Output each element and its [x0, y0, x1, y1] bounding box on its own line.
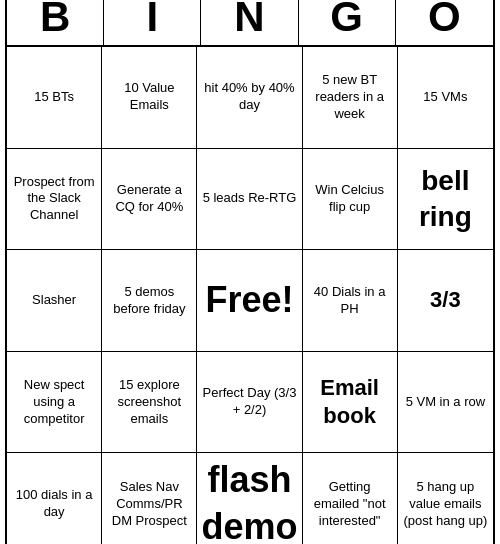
bingo-cell-19: 5 VM in a row — [398, 352, 493, 454]
bingo-cell-10: Slasher — [7, 250, 102, 352]
bingo-cell-5: Prospect from the Slack Channel — [7, 149, 102, 251]
bingo-cell-9: bell ring — [398, 149, 493, 251]
bingo-cell-1: 10 Value Emails — [102, 47, 197, 149]
bingo-grid: 15 BTs10 Value Emailshit 40% by 40% day5… — [7, 47, 493, 544]
bingo-cell-13: 40 Dials in a PH — [303, 250, 398, 352]
bingo-cell-12: Free! — [197, 250, 302, 352]
bingo-letter-n: N — [201, 0, 298, 45]
bingo-cell-16: 15 explore screenshot emails — [102, 352, 197, 454]
bingo-cell-3: 5 new BT readers in a week — [303, 47, 398, 149]
bingo-cell-15: New spect using a competitor — [7, 352, 102, 454]
bingo-letter-g: G — [299, 0, 396, 45]
bingo-cell-6: Generate a CQ for 40% — [102, 149, 197, 251]
bingo-letter-i: I — [104, 0, 201, 45]
bingo-cell-7: 5 leads Re-RTG — [197, 149, 302, 251]
bingo-cell-11: 5 demos before friday — [102, 250, 197, 352]
bingo-cell-20: 100 dials in a day — [7, 453, 102, 544]
bingo-cell-21: Sales Nav Comms/PR DM Prospect — [102, 453, 197, 544]
bingo-letter-b: B — [7, 0, 104, 45]
bingo-cell-18: Email book — [303, 352, 398, 454]
bingo-cell-8: Win Celcius flip cup — [303, 149, 398, 251]
bingo-cell-2: hit 40% by 40% day — [197, 47, 302, 149]
bingo-cell-0: 15 BTs — [7, 47, 102, 149]
bingo-cell-17: Perfect Day (3/3 + 2/2) — [197, 352, 302, 454]
bingo-cell-22: flash demo — [197, 453, 302, 544]
bingo-cell-14: 3/3 — [398, 250, 493, 352]
bingo-card: BINGO 15 BTs10 Value Emailshit 40% by 40… — [5, 0, 495, 544]
bingo-cell-4: 15 VMs — [398, 47, 493, 149]
bingo-cell-23: Getting emailed "not interested" — [303, 453, 398, 544]
bingo-letter-o: O — [396, 0, 493, 45]
bingo-header: BINGO — [7, 0, 493, 47]
bingo-cell-24: 5 hang up value emails (post hang up) — [398, 453, 493, 544]
